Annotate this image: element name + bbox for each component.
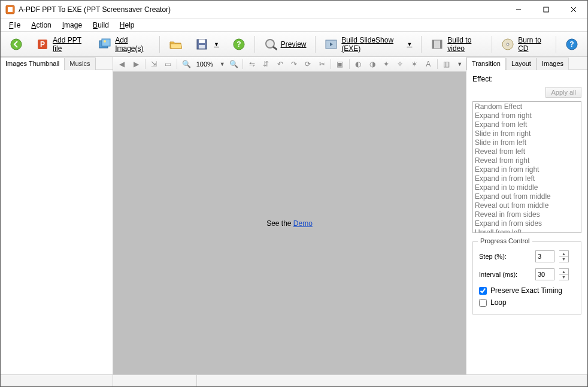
- fit-width-icon[interactable]: ⇲: [149, 58, 159, 70]
- contrast-down-icon[interactable]: ◑: [367, 58, 377, 70]
- effect-item[interactable]: Reveal from right: [475, 156, 579, 165]
- spin-up-icon[interactable]: ▲: [559, 269, 568, 275]
- effect-item[interactable]: Expand in from sides: [475, 219, 579, 228]
- spin-down-icon[interactable]: ▼: [559, 275, 568, 280]
- svg-point-11: [104, 40, 106, 43]
- interval-spinner[interactable]: ▲▼: [559, 268, 569, 280]
- apply-all-button[interactable]: Apply all: [545, 87, 581, 98]
- body: Images Thumbnail Musics ◀ ▶ ⇲ ▭ 🔍 100% ▼…: [1, 57, 587, 374]
- flip-v-icon[interactable]: ⇵: [260, 58, 271, 70]
- compare-icon[interactable]: ▥: [441, 58, 451, 70]
- interval-input[interactable]: [535, 268, 554, 280]
- effect-item[interactable]: Expand in from right: [475, 165, 579, 174]
- help-blue-button[interactable]: ?: [561, 35, 583, 54]
- effect-item[interactable]: Expand in from left: [475, 174, 579, 183]
- zoom-in-icon[interactable]: 🔍: [181, 58, 191, 70]
- wand-icon[interactable]: ✦: [381, 58, 391, 70]
- select-rect-icon[interactable]: ▣: [335, 58, 345, 70]
- refresh-icon[interactable]: ⟳: [303, 58, 313, 70]
- canvas-area[interactable]: See the Demo: [113, 72, 466, 374]
- toolbar-separator: [254, 36, 255, 53]
- toolbar-separator: [421, 36, 422, 53]
- add-ppt-button[interactable]: P Add PPT file: [32, 33, 89, 56]
- svg-point-6: [11, 39, 22, 50]
- effect-list[interactable]: Random EffectExpand from rightExpand fro…: [472, 101, 581, 233]
- menu-action[interactable]: Action: [26, 20, 56, 31]
- titlebar: A-PDF PPT To EXE (PPT Screensaver Creato…: [1, 1, 587, 19]
- effect-item[interactable]: Slide in from left: [475, 138, 579, 147]
- effect-item[interactable]: Expand out from middle: [475, 192, 579, 201]
- chevron-down-icon[interactable]: ▼: [457, 61, 462, 67]
- status-cell-2: [113, 375, 197, 386]
- effect-item[interactable]: Reveal from left: [475, 147, 579, 156]
- tab-musics[interactable]: Musics: [65, 58, 95, 70]
- contrast-up-icon[interactable]: ◐: [353, 58, 363, 70]
- tab-images-thumbnail[interactable]: Images Thumbnail: [1, 58, 65, 70]
- tab-layout[interactable]: Layout: [506, 58, 537, 70]
- back-button[interactable]: [5, 35, 27, 54]
- separator: [243, 59, 243, 69]
- effect-item[interactable]: Random Effect: [475, 102, 579, 111]
- crop-icon[interactable]: ✂: [317, 58, 327, 70]
- left-tabs: Images Thumbnail Musics: [1, 57, 113, 70]
- chevron-down-icon[interactable]: ▼: [220, 61, 225, 67]
- nav-next-icon[interactable]: ▶: [131, 58, 141, 70]
- menu-help[interactable]: Help: [115, 20, 140, 31]
- effect-item[interactable]: Expand from left: [475, 120, 579, 129]
- rotate-left-icon[interactable]: ↶: [275, 58, 285, 70]
- effect-item[interactable]: Expand from right: [475, 111, 579, 120]
- build-slideshow-button[interactable]: Build SlideShow (EXE) ▼: [320, 33, 416, 56]
- main-toolbar: P Add PPT file Add Image(s) ▼ ? Preview …: [1, 32, 587, 57]
- effect-item[interactable]: Slide in from right: [475, 129, 579, 138]
- text-icon[interactable]: A: [423, 58, 433, 70]
- maximize-button[interactable]: [532, 1, 560, 19]
- svg-point-17: [266, 40, 274, 48]
- sparkle-icon[interactable]: ✶: [409, 58, 419, 70]
- svg-text:?: ?: [237, 40, 241, 49]
- transition-panel: Effect: Apply all Random EffectExpand fr…: [466, 70, 587, 374]
- left-panel: Images Thumbnail Musics: [1, 57, 113, 374]
- menu-build[interactable]: Build: [88, 20, 114, 31]
- tab-transition[interactable]: Transition: [466, 58, 506, 70]
- build-video-button[interactable]: Build to video: [426, 33, 487, 56]
- preview-button[interactable]: Preview: [260, 35, 311, 54]
- tab-images[interactable]: Images: [537, 58, 569, 70]
- effect-item[interactable]: Reveal out from middle: [475, 201, 579, 210]
- folder-open-icon: [169, 38, 182, 51]
- rotate-right-icon[interactable]: ↷: [289, 58, 299, 70]
- menu-image[interactable]: Image: [57, 20, 87, 31]
- prompt-text: See the: [266, 219, 293, 228]
- wand2-icon[interactable]: ✧: [395, 58, 405, 70]
- help-green-icon: ?: [232, 38, 245, 51]
- burn-cd-button[interactable]: Burn to CD: [497, 33, 551, 56]
- fit-page-icon[interactable]: ▭: [163, 58, 173, 70]
- minimize-button[interactable]: [505, 1, 532, 19]
- separator: [145, 59, 146, 69]
- effect-item[interactable]: Unroll from left: [475, 228, 579, 233]
- right-tabs: Transition Layout Images: [466, 57, 587, 70]
- help-toolbar-button[interactable]: ?: [228, 35, 250, 54]
- thumbnail-list[interactable]: [1, 70, 113, 374]
- demo-link[interactable]: Demo: [293, 219, 313, 228]
- close-button[interactable]: [560, 1, 587, 19]
- zoom-out-icon[interactable]: 🔍: [229, 58, 239, 70]
- save-button[interactable]: ▼: [191, 35, 223, 54]
- svg-line-18: [273, 47, 277, 50]
- loop-checkbox[interactable]: [479, 299, 487, 307]
- preserve-timing-label[interactable]: Preserve Exact Timing: [490, 286, 562, 295]
- status-cell-1: [1, 375, 113, 386]
- spin-up-icon[interactable]: ▲: [559, 251, 568, 257]
- step-input[interactable]: [535, 250, 554, 262]
- svg-rect-14: [199, 45, 205, 49]
- effect-item[interactable]: Expand in to middle: [475, 183, 579, 192]
- loop-label[interactable]: Loop: [490, 298, 507, 307]
- nav-prev-icon[interactable]: ◀: [117, 58, 127, 70]
- step-spinner[interactable]: ▲▼: [559, 250, 569, 262]
- menu-file[interactable]: File: [4, 20, 25, 31]
- spin-down-icon[interactable]: ▼: [559, 257, 568, 262]
- open-folder-button[interactable]: [165, 35, 186, 54]
- preserve-timing-checkbox[interactable]: [479, 287, 487, 295]
- flip-h-icon[interactable]: ⇋: [247, 58, 257, 70]
- add-images-button[interactable]: Add Image(s): [94, 33, 154, 56]
- effect-item[interactable]: Reveal in from sides: [475, 210, 579, 219]
